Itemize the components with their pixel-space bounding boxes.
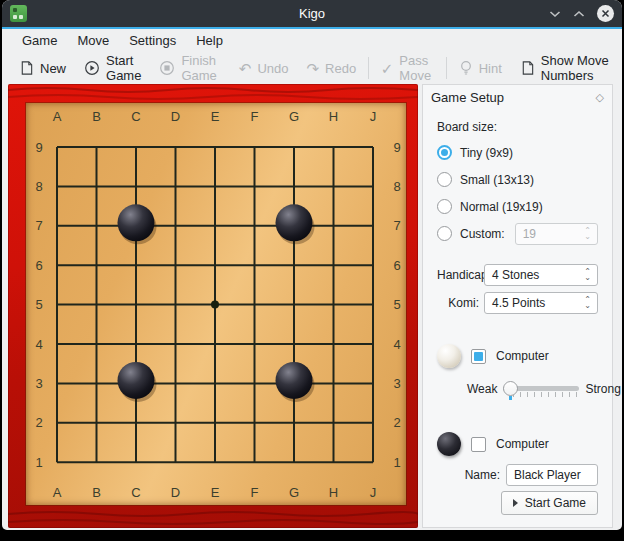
stone-black-G3[interactable] xyxy=(276,362,313,399)
start-game-button[interactable]: Start Game xyxy=(75,55,150,81)
stone-black-G7[interactable] xyxy=(276,204,313,241)
white-player-row: Computer xyxy=(437,344,598,368)
board-coordinate: H xyxy=(329,109,338,124)
board-coordinate: D xyxy=(171,485,180,500)
toolbar-separator xyxy=(446,57,447,79)
close-button[interactable] xyxy=(597,5,614,22)
board-coordinate: 1 xyxy=(35,455,42,470)
white-computer-checkbox[interactable] xyxy=(471,349,486,364)
board-coordinate: F xyxy=(251,485,259,500)
menu-move[interactable]: Move xyxy=(67,29,119,52)
black-computer-checkbox[interactable] xyxy=(471,437,486,452)
board-coordinate: A xyxy=(53,109,62,124)
slider-ticks xyxy=(513,392,577,397)
app-icon xyxy=(10,5,27,22)
show-move-numbers-button[interactable]: Show Move Numbers xyxy=(511,55,622,81)
strength-slider[interactable] xyxy=(503,380,579,398)
toolbar: New Start Game Finish Game ↶ Undo ↷ Redo… xyxy=(2,52,622,84)
new-button[interactable]: New xyxy=(10,55,75,81)
radio-button-icon[interactable] xyxy=(437,145,452,160)
radio-button-icon[interactable] xyxy=(437,226,452,241)
black-player-name-input[interactable]: Black Player xyxy=(506,464,598,486)
board-coordinate: C xyxy=(131,109,140,124)
toolbar-separator xyxy=(368,57,369,79)
board-coordinate: 6 xyxy=(393,258,400,273)
undo-button[interactable]: ↶ Undo xyxy=(230,55,298,81)
board-coordinate: J xyxy=(370,109,377,124)
board-coordinate: J xyxy=(370,485,377,500)
black-stone-icon xyxy=(437,432,461,456)
maximize-button[interactable] xyxy=(573,10,585,18)
komi-spinbox[interactable]: 4.5 Points ⌃⌄ xyxy=(484,292,598,314)
hint-button[interactable]: Hint xyxy=(450,55,511,81)
board-coordinate: G xyxy=(289,485,299,500)
radio-button-icon[interactable] xyxy=(437,199,452,214)
board-coordinate: 9 xyxy=(35,140,42,155)
spinbox-arrows-icon[interactable]: ⌃⌄ xyxy=(584,266,591,284)
slider-position-tick xyxy=(509,396,512,400)
radio-small[interactable]: Small (13x13) xyxy=(437,171,598,188)
spinbox-arrows-icon[interactable]: ⌃⌄ xyxy=(584,294,591,312)
titlebar[interactable]: Kigo xyxy=(2,0,622,29)
undo-arrow-icon: ↶ xyxy=(239,61,252,76)
window-title: Kigo xyxy=(2,6,622,21)
new-document-icon xyxy=(19,60,34,76)
board-coordinate: 8 xyxy=(393,179,400,194)
kigo-window: Kigo Game Move Settings Help New xyxy=(2,0,622,530)
redo-button[interactable]: ↷ Redo xyxy=(297,55,365,81)
dock-float-icon[interactable]: ◇ xyxy=(596,91,604,104)
spinbox-arrows-icon[interactable]: ⌃⌄ xyxy=(584,225,591,243)
lightbulb-icon xyxy=(459,60,473,76)
weak-label: Weak xyxy=(467,382,497,396)
menu-help[interactable]: Help xyxy=(186,29,233,52)
board-coordinate: E xyxy=(211,485,220,500)
board-coordinate: 2 xyxy=(35,415,42,430)
board-coordinate: 6 xyxy=(35,258,42,273)
board-coordinate: H xyxy=(329,485,338,500)
menubar: Game Move Settings Help xyxy=(2,29,622,52)
handicap-row: Handicap: 4 Stones ⌃⌄ xyxy=(437,264,598,286)
stone-black-C3[interactable] xyxy=(118,362,155,399)
checkmark-icon: ✓ xyxy=(381,61,394,76)
board-coordinate: E xyxy=(211,109,220,124)
radio-tiny[interactable]: Tiny (9x9) xyxy=(437,144,598,161)
game-setup-panel: Game Setup ◇ Board size: Tiny (9x9) Smal… xyxy=(422,84,613,528)
black-player-row: Computer xyxy=(437,432,598,456)
minimize-button[interactable] xyxy=(549,10,561,18)
black-computer-label: Computer xyxy=(496,437,549,451)
panel-title: Game Setup xyxy=(431,90,504,105)
handicap-spinbox[interactable]: 4 Stones ⌃⌄ xyxy=(484,264,598,286)
menu-settings[interactable]: Settings xyxy=(119,29,186,52)
board-coordinate: 4 xyxy=(35,337,42,352)
board-coordinate: 7 xyxy=(35,218,42,233)
menu-game[interactable]: Game xyxy=(12,29,67,52)
radio-normal[interactable]: Normal (19x19) xyxy=(437,198,598,215)
custom-size-spinbox[interactable]: 19 ⌃⌄ xyxy=(515,223,598,245)
board-coordinate: 3 xyxy=(35,376,42,391)
black-name-row: Name: Black Player xyxy=(437,464,598,486)
white-computer-label: Computer xyxy=(496,349,549,363)
go-board[interactable]: AABBCCDDEEFFGGHHJJ998877665544332211 xyxy=(26,103,406,505)
board-coordinate: 9 xyxy=(393,140,400,155)
redo-arrow-icon: ↷ xyxy=(306,61,319,76)
pass-move-button[interactable]: ✓ Pass Move xyxy=(372,55,443,81)
start-game-panel-button[interactable]: Start Game xyxy=(501,491,598,515)
komi-label: Komi: xyxy=(437,296,479,310)
finish-game-button[interactable]: Finish Game xyxy=(150,55,229,81)
move-numbers-document-icon xyxy=(520,60,535,76)
board-coordinate: F xyxy=(251,109,259,124)
board-coordinate: 7 xyxy=(393,218,400,233)
play-circle-icon xyxy=(84,60,100,76)
go-board-frame: AABBCCDDEEFFGGHHJJ998877665544332211 xyxy=(8,84,418,528)
board-coordinate: 1 xyxy=(393,455,400,470)
board-coordinate: 5 xyxy=(35,297,42,312)
play-triangle-icon xyxy=(513,499,518,507)
board-coordinate: D xyxy=(171,109,180,124)
stone-black-C7[interactable] xyxy=(118,204,155,241)
radio-custom[interactable]: Custom: 19 ⌃⌄ xyxy=(437,225,598,242)
komi-row: Komi: 4.5 Points ⌃⌄ xyxy=(437,292,598,314)
stop-circle-icon xyxy=(159,60,175,76)
radio-button-icon[interactable] xyxy=(437,172,452,187)
board-coordinate: 5 xyxy=(393,297,400,312)
board-coordinate: 3 xyxy=(393,376,400,391)
